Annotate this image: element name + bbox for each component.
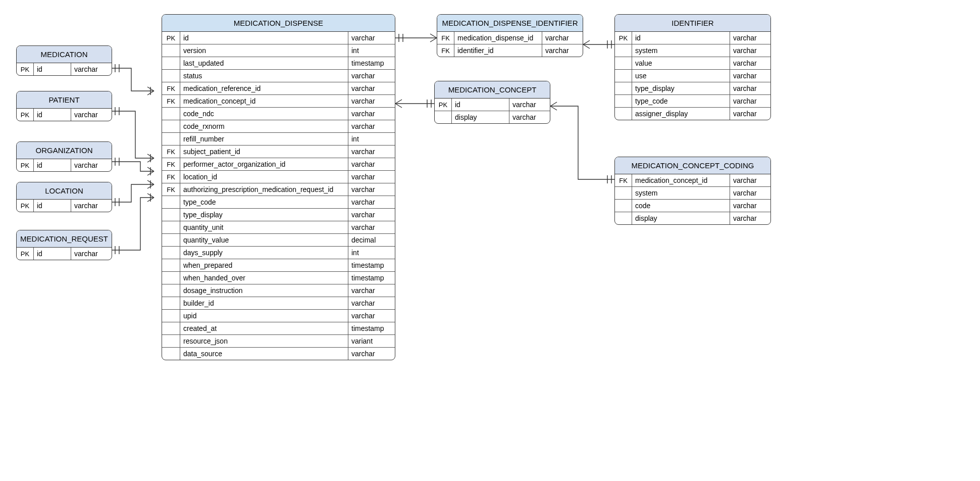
table-row: codevarchar: [615, 200, 770, 212]
table-row: display varchar: [435, 111, 550, 123]
entity-title: IDENTIFIER: [615, 15, 770, 32]
table-row: assigner_displayvarchar: [615, 108, 770, 120]
table-row: PK id varchar: [17, 200, 112, 212]
entity-medication: MEDICATION PK id varchar: [16, 45, 112, 76]
table-row: when_preparedtimestamp: [162, 259, 395, 272]
entity-title: MEDICATION_REQUEST: [17, 230, 112, 248]
table-row: PK id varchar: [17, 109, 112, 121]
table-row: type_codevarchar: [615, 95, 770, 108]
entity-patient: PATIENT PK id varchar: [16, 91, 112, 121]
table-row: type_displayvarchar: [162, 209, 395, 221]
entity-title: MEDICATION_CONCEPT: [435, 81, 550, 99]
entity-medication-concept-coding: MEDICATION_CONCEPT_CODING FKmedication_c…: [614, 157, 771, 225]
entity-title: ORGANIZATION: [17, 142, 112, 159]
table-row: code_ndcvarchar: [162, 108, 395, 120]
table-row: FKlocation_idvarchar: [162, 171, 395, 183]
table-row: FKperformer_actor_organization_idvarchar: [162, 158, 395, 171]
entity-identifier: IDENTIFIER PKidvarcharsystemvarcharvalue…: [614, 14, 771, 120]
table-row: created_attimestamp: [162, 322, 395, 335]
table-row: statusvarchar: [162, 70, 395, 82]
table-row: PK id varchar: [17, 63, 112, 75]
table-row: FKmedication_concept_idvarchar: [162, 95, 395, 108]
table-row: data_sourcevarchar: [162, 348, 395, 360]
table-row: FKmedication_reference_idvarchar: [162, 82, 395, 95]
entity-title: PATIENT: [17, 91, 112, 109]
table-row: FKmedication_concept_idvarchar: [615, 174, 770, 187]
entity-organization: ORGANIZATION PK id varchar: [16, 141, 112, 172]
table-row: dosage_instructionvarchar: [162, 284, 395, 297]
table-row: builder_idvarchar: [162, 297, 395, 310]
entity-title: MEDICATION_DISPENSE: [162, 15, 395, 32]
table-row: PKidvarchar: [615, 32, 770, 44]
entity-title: MEDICATION_DISPENSE_IDENTIFIER: [437, 15, 583, 32]
table-row: FK medication_dispense_id varchar: [437, 32, 583, 44]
table-row: FKsubject_patient_idvarchar: [162, 146, 395, 158]
table-row: PKidvarchar: [162, 32, 395, 44]
table-row: refill_numberint: [162, 133, 395, 146]
table-row: systemvarchar: [615, 187, 770, 200]
table-row: valuevarchar: [615, 57, 770, 70]
table-row: PK id varchar: [435, 99, 550, 111]
table-row: displayvarchar: [615, 212, 770, 224]
table-row: FKauthorizing_prescription_medication_re…: [162, 183, 395, 196]
er-connections: [0, 0, 980, 481]
table-row: usevarchar: [615, 70, 770, 82]
entity-medication-request: MEDICATION_REQUEST PK id varchar: [16, 230, 112, 260]
table-row: type_displayvarchar: [615, 82, 770, 95]
table-row: days_supplyint: [162, 247, 395, 259]
table-row: systemvarchar: [615, 44, 770, 57]
table-row: resource_jsonvariant: [162, 335, 395, 348]
table-row: when_handed_overtimestamp: [162, 272, 395, 284]
entity-location: LOCATION PK id varchar: [16, 182, 112, 212]
entity-title: LOCATION: [17, 182, 112, 200]
table-row: quantity_valuedecimal: [162, 234, 395, 247]
entity-medication-dispense-identifier: MEDICATION_DISPENSE_IDENTIFIER FK medica…: [437, 14, 583, 57]
table-row: last_updatedtimestamp: [162, 57, 395, 70]
entity-medication-concept: MEDICATION_CONCEPT PK id varchar display…: [434, 81, 550, 124]
table-row: versionint: [162, 44, 395, 57]
table-row: quantity_unitvarchar: [162, 221, 395, 234]
entity-title: MEDICATION: [17, 46, 112, 63]
table-row: type_codevarchar: [162, 196, 395, 209]
entity-medication-dispense: MEDICATION_DISPENSE PKidvarcharversionin…: [162, 14, 395, 360]
table-row: PK id varchar: [17, 159, 112, 171]
table-row: PK id varchar: [17, 248, 112, 260]
entity-title: MEDICATION_CONCEPT_CODING: [615, 157, 770, 174]
table-row: FK identifier_id varchar: [437, 44, 583, 57]
table-row: code_rxnormvarchar: [162, 120, 395, 133]
table-row: upidvarchar: [162, 310, 395, 322]
